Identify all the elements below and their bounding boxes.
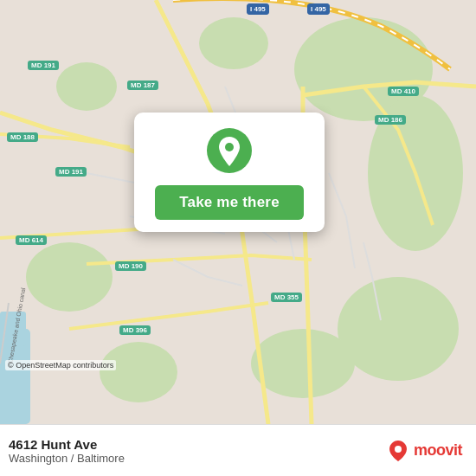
road-label-md191-2: MD 191 — [55, 167, 87, 177]
road-label-md191-1: MD 191 — [28, 61, 59, 70]
address-text: 4612 Hunt Ave — [9, 437, 125, 452]
svg-point-6 — [100, 342, 177, 402]
svg-point-8 — [56, 62, 117, 111]
take-me-there-button[interactable]: Take me there — [155, 185, 304, 220]
popup-card: Take me there — [134, 113, 325, 232]
svg-point-14 — [395, 446, 402, 453]
svg-point-7 — [199, 17, 268, 69]
road-label-md186: MD 186 — [375, 115, 406, 125]
moovit-pin-icon — [386, 439, 410, 463]
osm-attribution: © OpenStreetMap contributors — [5, 360, 116, 370]
svg-point-4 — [26, 242, 113, 312]
moovit-logo: moovit — [386, 439, 462, 463]
road-label-md614: MD 614 — [16, 235, 47, 245]
svg-point-5 — [251, 329, 355, 398]
road-label-md355: MD 355 — [271, 293, 302, 302]
city-text: Washington / Baltimore — [9, 452, 125, 465]
road-label-md188: MD 188 — [7, 132, 38, 142]
road-label-md190: MD 190 — [115, 261, 146, 271]
road-label-md396: MD 396 — [119, 325, 151, 335]
road-label-md410: MD 410 — [388, 87, 419, 96]
map-container: Chesapeake and Ohio canal MD 191 MD 187 … — [0, 0, 476, 424]
moovit-brand-text: moovit — [414, 441, 462, 460]
bottom-bar: 4612 Hunt Ave Washington / Baltimore moo… — [0, 424, 476, 476]
road-label-i495-2: I 495 — [307, 3, 330, 15]
svg-point-13 — [225, 143, 234, 151]
road-label-i495-1: I 495 — [247, 3, 269, 15]
road-label-md187: MD 187 — [127, 80, 158, 90]
address-info: 4612 Hunt Ave Washington / Baltimore — [9, 437, 125, 465]
location-pin-icon — [207, 128, 252, 173]
svg-point-3 — [338, 277, 459, 381]
